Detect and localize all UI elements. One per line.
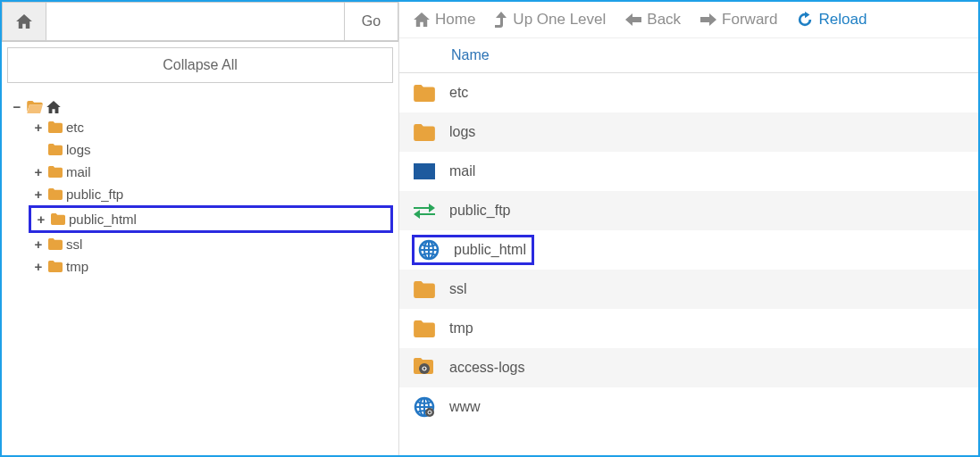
expand-toggle[interactable]: +: [32, 259, 45, 274]
tree-item-label: logs: [66, 142, 91, 157]
file-row-label: access-logs: [449, 360, 524, 376]
tree-item-label: tmp: [66, 259, 88, 274]
transfer-icon: [412, 203, 437, 219]
svg-point-2: [419, 363, 430, 374]
toolbar-back-label: Back: [647, 11, 681, 29]
file-row-public_html[interactable]: public_html: [399, 230, 978, 270]
toolbar-home-label: Home: [435, 11, 475, 29]
folder-icon: [412, 124, 437, 141]
tree-item-label: public_ftp: [66, 187, 123, 202]
tree-item-label: public_html: [69, 212, 137, 227]
home-button[interactable]: [2, 2, 46, 41]
left-pane: Go Collapse All − +etclogs+mail+public_f…: [2, 2, 399, 455]
tree-item-label: ssl: [66, 237, 82, 252]
forward-arrow-icon: [700, 13, 716, 26]
expand-toggle[interactable]: +: [32, 164, 45, 179]
toolbar-back[interactable]: Back: [625, 11, 681, 29]
file-row-label: mail: [449, 163, 475, 179]
expand-toggle[interactable]: +: [32, 120, 45, 135]
file-row-logs[interactable]: logs: [399, 112, 978, 152]
folder-icon: [48, 121, 63, 133]
file-row-label: ssl: [449, 281, 467, 297]
up-arrow-icon: [495, 12, 507, 28]
home-icon: [46, 101, 61, 113]
right-pane: Home Up One Level Back Forward Reload Na…: [399, 2, 978, 455]
file-row-label: public_ftp: [449, 203, 511, 219]
folder-icon: [48, 144, 63, 155]
folder-icon: [412, 85, 437, 102]
path-input[interactable]: [46, 2, 345, 41]
back-arrow-icon: [625, 13, 641, 26]
file-row-label: tmp: [449, 320, 473, 337]
expand-toggle[interactable]: +: [35, 212, 47, 227]
tree-item-logs[interactable]: logs: [29, 138, 393, 161]
tree-item-ssl[interactable]: +ssl: [29, 233, 393, 255]
toolbar-reload-label: Reload: [818, 11, 867, 29]
globe-icon: [416, 239, 441, 261]
tree-item-tmp[interactable]: +tmp: [29, 255, 393, 278]
tree-item-public_ftp[interactable]: +public_ftp: [29, 183, 393, 205]
folder-icon: [412, 281, 437, 298]
file-row-label: public_html: [454, 242, 526, 258]
svg-point-5: [425, 408, 434, 417]
folder-link-icon: [412, 358, 437, 378]
folder-icon: [51, 213, 65, 225]
path-bar: Go: [2, 2, 398, 42]
folder-icon: [48, 238, 63, 250]
home-icon: [414, 12, 430, 27]
mail-icon: [412, 163, 437, 179]
toolbar-up[interactable]: Up One Level: [495, 11, 606, 29]
file-row-etc[interactable]: etc: [399, 73, 978, 112]
toolbar-up-label: Up One Level: [513, 11, 606, 29]
file-row-tmp[interactable]: tmp: [399, 309, 978, 348]
file-row-label: logs: [449, 124, 475, 140]
folder-icon: [48, 261, 63, 272]
folder-icon: [48, 166, 63, 178]
toolbar-home[interactable]: Home: [414, 11, 475, 29]
file-list: etclogsmailpublic_ftppublic_htmlssltmpac…: [399, 73, 978, 455]
tree-root[interactable]: −: [7, 97, 393, 116]
tree-item-label: mail: [66, 164, 91, 179]
file-row-access-logs[interactable]: access-logs: [399, 348, 978, 387]
toolbar: Home Up One Level Back Forward Reload: [399, 2, 978, 38]
reload-icon: [797, 12, 813, 28]
file-row-label: etc: [449, 85, 468, 101]
file-row-mail[interactable]: mail: [399, 152, 978, 191]
expand-toggle[interactable]: +: [32, 237, 45, 252]
tree-item-public_html[interactable]: +public_html: [29, 205, 393, 233]
file-row-label: www: [449, 399, 481, 415]
toolbar-forward[interactable]: Forward: [700, 11, 777, 29]
go-button[interactable]: Go: [345, 2, 398, 41]
expand-toggle[interactable]: −: [11, 99, 23, 114]
tree-item-etc[interactable]: +etc: [29, 116, 393, 138]
globe-icon: [412, 396, 437, 418]
folder-icon: [48, 188, 63, 200]
file-row-www[interactable]: www: [399, 387, 978, 427]
directory-tree: − +etclogs+mail+public_ftp+public_html+s…: [2, 88, 398, 287]
folder-icon: [412, 320, 437, 337]
folder-open-icon: [27, 101, 43, 113]
home-icon: [16, 14, 32, 29]
expand-toggle[interactable]: +: [32, 187, 45, 202]
toolbar-forward-label: Forward: [722, 11, 777, 29]
collapse-all-button[interactable]: Collapse All: [7, 47, 393, 83]
column-name[interactable]: Name: [451, 47, 490, 63]
toolbar-reload[interactable]: Reload: [797, 11, 867, 29]
file-row-ssl[interactable]: ssl: [399, 270, 978, 309]
file-row-public_ftp[interactable]: public_ftp: [399, 191, 978, 230]
tree-item-mail[interactable]: +mail: [29, 161, 393, 183]
tree-item-label: etc: [66, 120, 84, 135]
table-header: Name: [399, 38, 978, 73]
